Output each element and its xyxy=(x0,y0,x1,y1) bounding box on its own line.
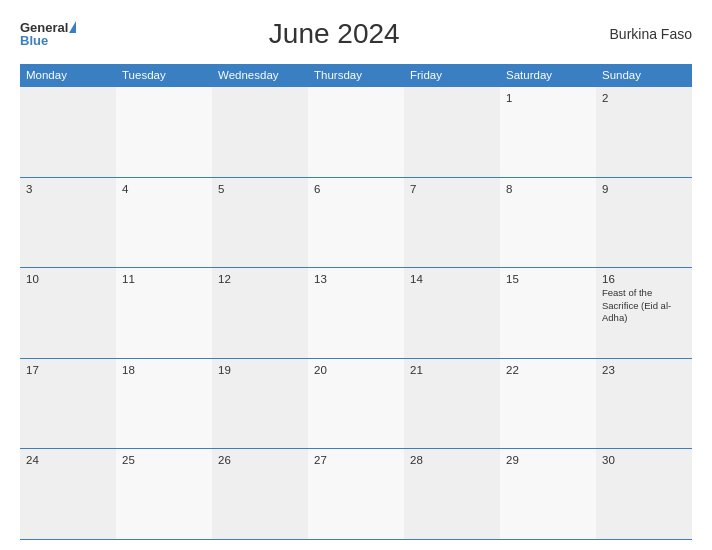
day-cell xyxy=(212,87,308,177)
day-number: 25 xyxy=(122,454,206,466)
day-number: 11 xyxy=(122,273,206,285)
day-cell: 29 xyxy=(500,449,596,539)
day-number: 9 xyxy=(602,183,686,195)
day-number: 23 xyxy=(602,364,686,376)
day-number: 12 xyxy=(218,273,302,285)
day-number: 6 xyxy=(314,183,398,195)
day-cell: 11 xyxy=(116,268,212,358)
day-cell: 3 xyxy=(20,178,116,268)
day-header-monday: Monday xyxy=(20,64,116,86)
day-cell: 2 xyxy=(596,87,692,177)
day-cell: 26 xyxy=(212,449,308,539)
calendar-title: June 2024 xyxy=(76,18,592,50)
day-number: 19 xyxy=(218,364,302,376)
weeks-container: 12345678910111213141516Feast of the Sacr… xyxy=(20,86,692,540)
day-number: 7 xyxy=(410,183,494,195)
week-row-1: 3456789 xyxy=(20,178,692,269)
day-number: 5 xyxy=(218,183,302,195)
day-number: 16 xyxy=(602,273,686,285)
day-cell: 27 xyxy=(308,449,404,539)
day-header-sunday: Sunday xyxy=(596,64,692,86)
event-label: Feast of the Sacrifice (Eid al-Adha) xyxy=(602,287,686,324)
logo-triangle-icon xyxy=(69,21,76,33)
day-cell: 6 xyxy=(308,178,404,268)
day-cell: 13 xyxy=(308,268,404,358)
day-cell: 5 xyxy=(212,178,308,268)
day-number: 20 xyxy=(314,364,398,376)
day-number: 30 xyxy=(602,454,686,466)
day-number: 10 xyxy=(26,273,110,285)
day-header-friday: Friday xyxy=(404,64,500,86)
day-cell: 19 xyxy=(212,359,308,449)
day-number: 27 xyxy=(314,454,398,466)
day-number: 26 xyxy=(218,454,302,466)
day-number: 4 xyxy=(122,183,206,195)
day-number: 3 xyxy=(26,183,110,195)
day-cell: 7 xyxy=(404,178,500,268)
day-cell: 21 xyxy=(404,359,500,449)
day-number: 2 xyxy=(602,92,686,104)
day-number: 28 xyxy=(410,454,494,466)
day-cell: 17 xyxy=(20,359,116,449)
day-cell xyxy=(404,87,500,177)
day-cell: 9 xyxy=(596,178,692,268)
day-cell xyxy=(116,87,212,177)
calendar: MondayTuesdayWednesdayThursdayFridaySatu… xyxy=(20,64,692,540)
day-number: 13 xyxy=(314,273,398,285)
day-number: 21 xyxy=(410,364,494,376)
day-cell: 14 xyxy=(404,268,500,358)
day-headers-row: MondayTuesdayWednesdayThursdayFridaySatu… xyxy=(20,64,692,86)
day-cell: 30 xyxy=(596,449,692,539)
logo-blue-text: Blue xyxy=(20,34,48,47)
day-number: 17 xyxy=(26,364,110,376)
week-row-0: 12 xyxy=(20,86,692,178)
week-row-2: 10111213141516Feast of the Sacrifice (Ei… xyxy=(20,268,692,359)
day-header-tuesday: Tuesday xyxy=(116,64,212,86)
day-cell xyxy=(308,87,404,177)
day-cell: 24 xyxy=(20,449,116,539)
day-number: 1 xyxy=(506,92,590,104)
day-cell: 25 xyxy=(116,449,212,539)
day-header-wednesday: Wednesday xyxy=(212,64,308,86)
day-cell: 22 xyxy=(500,359,596,449)
day-number: 29 xyxy=(506,454,590,466)
day-cell: 28 xyxy=(404,449,500,539)
day-cell: 20 xyxy=(308,359,404,449)
day-cell: 15 xyxy=(500,268,596,358)
week-row-4: 24252627282930 xyxy=(20,449,692,540)
day-cell: 18 xyxy=(116,359,212,449)
day-cell: 12 xyxy=(212,268,308,358)
day-number: 14 xyxy=(410,273,494,285)
day-number: 15 xyxy=(506,273,590,285)
header: General Blue June 2024 Burkina Faso xyxy=(20,18,692,50)
day-cell xyxy=(20,87,116,177)
day-header-saturday: Saturday xyxy=(500,64,596,86)
day-cell: 10 xyxy=(20,268,116,358)
day-cell: 8 xyxy=(500,178,596,268)
day-number: 18 xyxy=(122,364,206,376)
logo: General Blue xyxy=(20,21,76,47)
day-header-thursday: Thursday xyxy=(308,64,404,86)
day-cell: 4 xyxy=(116,178,212,268)
week-row-3: 17181920212223 xyxy=(20,359,692,450)
day-number: 8 xyxy=(506,183,590,195)
day-cell: 23 xyxy=(596,359,692,449)
day-number: 24 xyxy=(26,454,110,466)
country-label: Burkina Faso xyxy=(592,26,692,42)
day-cell: 16Feast of the Sacrifice (Eid al-Adha) xyxy=(596,268,692,358)
day-number: 22 xyxy=(506,364,590,376)
page: General Blue June 2024 Burkina Faso Mond… xyxy=(0,0,712,550)
day-cell: 1 xyxy=(500,87,596,177)
